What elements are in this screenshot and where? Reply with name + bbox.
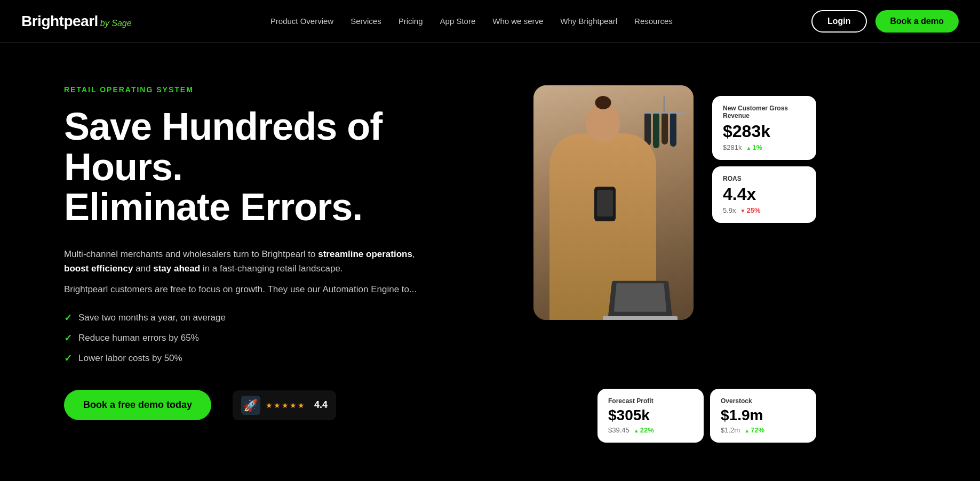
person-head	[586, 104, 620, 142]
checkmark-icon-1: ✓	[64, 312, 72, 324]
checklist-item-3: ✓ Lower labor costs by 50%	[64, 352, 501, 364]
stat-profit-prev: $39.45	[608, 426, 630, 434]
checkmark-icon-2: ✓	[64, 332, 72, 344]
hero-description: Multi-channel merchants and wholesalers …	[64, 247, 416, 276]
stat-card-profit: Forecast Profit $305k $39.45 22%	[597, 389, 704, 443]
image-area: New Customer Gross Revenue $283k $281k 1…	[523, 85, 811, 469]
checklist-text-1: Save two months a year, on average	[78, 312, 226, 323]
hero-photo-bg	[533, 85, 694, 320]
arrow-up-icon-1	[746, 143, 751, 151]
hero-right: New Customer Gross Revenue $283k $281k 1…	[523, 75, 811, 459]
laptop-display	[614, 283, 666, 311]
person-body	[549, 133, 656, 320]
hair-bun	[595, 96, 611, 109]
hero-section: RETAIL OPERATING SYSTEM Save Hundreds of…	[0, 43, 980, 480]
stat-card-roas-value: 4.4x	[723, 185, 806, 204]
nav-services[interactable]: Services	[350, 17, 381, 26]
stat-roas-pct: 25%	[746, 206, 760, 214]
stat-card-overstock-label: Overstock	[721, 397, 806, 405]
stat-profit-change: 22%	[634, 426, 654, 434]
hero-title-line1: Save Hundreds of Hours.	[64, 105, 382, 188]
stat-card-profit-value: $305k	[608, 407, 693, 424]
stat-card-overstock-value: $1.9m	[721, 407, 806, 424]
stat-card-revenue-footer: $281k 1%	[723, 143, 806, 151]
capterra-badge: 🚀 ★ ★ ★ ★ ★ 4.4	[233, 390, 336, 420]
cloth-4	[670, 114, 676, 147]
nav-resources[interactable]: Resources	[634, 17, 673, 26]
book-demo-hero-button[interactable]: Book a free demo today	[64, 390, 211, 420]
stat-cards-right: New Customer Gross Revenue $283k $281k 1…	[712, 96, 816, 223]
checklist-item-1: ✓ Save two months a year, on average	[64, 312, 501, 324]
capterra-logo-icon: 🚀	[241, 396, 260, 415]
cloth-2	[653, 114, 659, 148]
stat-card-roas-footer: 5.9x 25%	[723, 206, 806, 214]
stat-revenue-change: 1%	[746, 143, 762, 151]
phone-screen	[597, 190, 613, 217]
checklist-text-3: Lower labor costs by 50%	[78, 353, 182, 364]
hero-image	[533, 85, 694, 320]
arrow-down-icon-2	[740, 206, 746, 214]
cloth-3	[662, 114, 668, 145]
nav-product-overview[interactable]: Product Overview	[270, 17, 333, 26]
hero-title: Save Hundreds of Hours. Eliminate Errors…	[64, 107, 501, 228]
star-1: ★	[266, 401, 273, 410]
stat-revenue-prev: $281k	[723, 143, 742, 151]
laptop-base	[603, 316, 678, 320]
arrow-up-icon-4	[744, 426, 750, 434]
stat-card-profit-footer: $39.45 22%	[608, 426, 693, 434]
stat-card-revenue-label: New Customer Gross Revenue	[723, 105, 806, 119]
stars-row: ★ ★ ★ ★ ★	[266, 401, 305, 410]
nav-why-brightpearl[interactable]: Why Brightpearl	[560, 17, 617, 26]
nav-actions: Login Book a demo	[811, 10, 959, 33]
nav-links: Product Overview Services Pricing App St…	[270, 17, 673, 26]
hero-cta-row: Book a free demo today 🚀 ★ ★ ★ ★ ★	[64, 390, 501, 420]
logo-by-sage: by Sage	[100, 19, 132, 28]
capterra-rating: ★ ★ ★ ★ ★	[266, 401, 305, 410]
star-2: ★	[274, 401, 281, 410]
login-button[interactable]: Login	[811, 10, 867, 33]
stat-overstock-change: 72%	[744, 426, 764, 434]
stat-card-overstock-footer: $1.2m 72%	[721, 426, 806, 434]
stat-card-revenue: New Customer Gross Revenue $283k $281k 1…	[712, 96, 816, 160]
nav-who-we-serve[interactable]: Who we serve	[492, 17, 543, 26]
hero-tag: RETAIL OPERATING SYSTEM	[64, 85, 501, 94]
logo[interactable]: Brightpearl by Sage	[21, 13, 132, 30]
stat-overstock-prev: $1.2m	[721, 426, 740, 434]
stat-card-roas-label: ROAS	[723, 175, 806, 182]
stat-roas-prev: 5.9x	[723, 206, 736, 214]
star-4: ★	[290, 401, 297, 410]
nav-app-store[interactable]: App Store	[440, 17, 476, 26]
checkmark-icon-3: ✓	[64, 352, 72, 364]
svg-text:🚀: 🚀	[243, 398, 258, 413]
stat-card-roas: ROAS 4.4x 5.9x 25%	[712, 166, 816, 223]
stat-profit-pct: 22%	[640, 426, 654, 434]
star-half: ★	[298, 401, 305, 410]
stat-cards-bottom: Forecast Profit $305k $39.45 22% Oversto…	[597, 389, 816, 443]
capterra-score: 4.4	[314, 399, 328, 411]
checklist-text-2: Reduce human errors by 65%	[78, 333, 199, 343]
navbar: Brightpearl by Sage Product Overview Ser…	[0, 0, 980, 43]
hero-checklist: ✓ Save two months a year, on average ✓ R…	[64, 312, 501, 364]
arrow-up-icon-3	[634, 426, 639, 434]
laptop-screen	[608, 281, 672, 316]
hero-content: RETAIL OPERATING SYSTEM Save Hundreds of…	[64, 75, 501, 459]
hero-title-line2: Eliminate Errors.	[64, 186, 362, 228]
stat-card-profit-label: Forecast Profit	[608, 397, 693, 405]
checklist-item-2: ✓ Reduce human errors by 65%	[64, 332, 501, 344]
stat-revenue-pct: 1%	[752, 143, 762, 151]
book-demo-nav-button[interactable]: Book a demo	[875, 10, 959, 33]
stat-roas-change: 25%	[740, 206, 761, 214]
stat-card-revenue-value: $283k	[723, 122, 806, 141]
logo-brightpearl: Brightpearl	[21, 13, 98, 30]
nav-pricing[interactable]: Pricing	[399, 17, 423, 26]
stat-card-overstock: Overstock $1.9m $1.2m 72%	[710, 389, 816, 443]
phone	[594, 187, 616, 221]
stat-overstock-pct: 72%	[751, 426, 764, 434]
rack-pole-top	[664, 96, 665, 112]
hero-sub: Brightpearl customers are free to focus …	[64, 284, 501, 295]
cloth-1	[644, 114, 651, 146]
star-3: ★	[282, 401, 289, 410]
